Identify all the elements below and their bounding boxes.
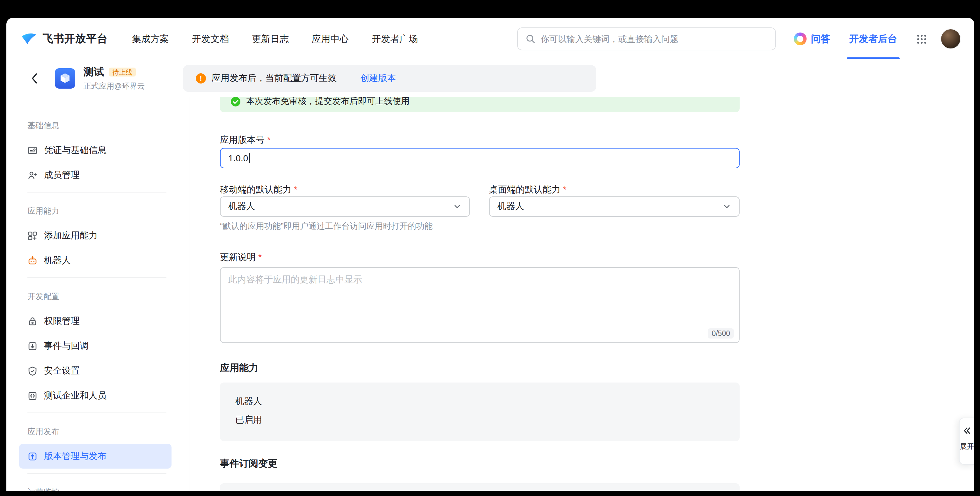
mobile-capability-field: 移动端的默认能力 * 机器人 bbox=[220, 184, 470, 217]
publish-up-arrow-icon bbox=[27, 451, 38, 461]
desktop-capability-select[interactable]: 机器人 bbox=[489, 196, 740, 217]
chevron-left-icon bbox=[32, 74, 37, 83]
desktop-capability-field: 桌面端的默认能力 * 机器人 bbox=[489, 184, 740, 217]
desktop-capability-label: 桌面端的默认能力 * bbox=[489, 184, 740, 196]
back-button[interactable] bbox=[29, 71, 41, 86]
version-input[interactable]: 1.0.0 bbox=[220, 148, 740, 168]
apps-grid-icon[interactable] bbox=[916, 33, 927, 44]
chevron-down-icon bbox=[453, 202, 461, 211]
sidebar-item-label: 凭证与基础信息 bbox=[44, 145, 107, 156]
app-name: 测试 bbox=[84, 65, 104, 79]
desktop-capability-value: 机器人 bbox=[497, 201, 524, 212]
notes-label: 更新说明 * bbox=[220, 251, 740, 264]
success-banner: 本次发布免审核，提交发布后即可上线使用 bbox=[220, 97, 740, 112]
sidebar-item-label: 成员管理 bbox=[44, 169, 80, 181]
feishu-logo-icon bbox=[21, 30, 38, 48]
capability-hint: “默认的应用功能”即用户通过工作台访问应用时打开的功能 bbox=[220, 221, 740, 232]
sidebar-item-label: 机器人 bbox=[44, 255, 71, 266]
sidebar-item-label: 添加应用能力 bbox=[44, 230, 97, 241]
sidebar-item-add-capability[interactable]: 添加应用能力 bbox=[19, 223, 172, 248]
sidebar-divider bbox=[27, 277, 166, 278]
sidebar-item-label: 版本管理与发布 bbox=[44, 450, 107, 462]
top-navigation: 飞书开放平台 集成方案 开发文档 更新日志 应用中心 开发者广场 bbox=[6, 18, 974, 60]
sidebar-item-members[interactable]: 成员管理 bbox=[19, 162, 172, 188]
nav-item-docs[interactable]: 开发文档 bbox=[192, 33, 229, 45]
nav-item-integration[interactable]: 集成方案 bbox=[132, 33, 169, 45]
version-form: 本次发布免审核，提交发布后即可上线使用 应用版本号 * 1.0.0 移动端的默 bbox=[220, 97, 740, 491]
search-box[interactable] bbox=[517, 27, 776, 50]
sidebar-item-label: 事件与回调 bbox=[44, 340, 89, 351]
qa-label: 问答 bbox=[811, 33, 830, 45]
sidebar: 基础信息 凭证与基础信息 成员管理 bbox=[6, 97, 189, 491]
version-label: 应用版本号 * bbox=[220, 134, 740, 147]
required-mark: * bbox=[294, 184, 298, 194]
event-callback-icon bbox=[27, 341, 38, 351]
sidebar-item-label: 测试企业和人员 bbox=[44, 390, 107, 401]
robot-icon bbox=[27, 255, 38, 265]
sidebar-item-credentials[interactable]: 凭证与基础信息 bbox=[19, 138, 172, 162]
user-avatar[interactable] bbox=[941, 29, 960, 48]
expand-label: 展开 bbox=[960, 442, 974, 451]
required-mark: * bbox=[563, 184, 566, 194]
event-summary-box bbox=[220, 483, 740, 491]
sidebar-divider bbox=[27, 192, 166, 192]
brand-name: 飞书开放平台 bbox=[43, 32, 108, 46]
required-mark: * bbox=[258, 252, 262, 262]
qa-colorful-icon bbox=[794, 32, 807, 45]
alert-text: 应用发布后，当前配置方可生效 bbox=[212, 73, 337, 84]
default-capability-row: 移动端的默认能力 * 机器人 bbox=[220, 184, 740, 217]
check-circle-icon bbox=[231, 97, 240, 106]
sidebar-divider bbox=[27, 473, 166, 474]
primary-nav: 集成方案 开发文档 更新日志 应用中心 开发者广场 bbox=[132, 33, 418, 45]
app-subtitle: 正式应用@环界云 bbox=[84, 81, 145, 92]
sidebar-section-release: 应用发布 bbox=[19, 423, 172, 440]
warning-icon: ! bbox=[196, 73, 206, 84]
lock-icon bbox=[27, 316, 38, 326]
sidebar-section-capabilities: 应用能力 bbox=[19, 203, 172, 219]
sidebar-item-version-release[interactable]: 版本管理与发布 bbox=[19, 444, 172, 469]
nav-item-app-center[interactable]: 应用中心 bbox=[312, 33, 349, 45]
developer-console-link[interactable]: 开发者后台 bbox=[849, 33, 897, 45]
capability-summary-box: 机器人 已启用 bbox=[220, 383, 740, 441]
expand-panel-button[interactable]: 展开 bbox=[959, 418, 974, 465]
code-brackets-icon bbox=[27, 391, 38, 401]
mobile-capability-select[interactable]: 机器人 bbox=[220, 196, 470, 217]
text-caret bbox=[249, 153, 250, 163]
capability-status: 已启用 bbox=[235, 414, 724, 426]
sidebar-section-monitoring: 运营监控 bbox=[19, 484, 172, 491]
publish-alert-bar: ! 应用发布后，当前配置方可生效 创建版本 bbox=[183, 65, 596, 92]
sidebar-item-security[interactable]: 安全设置 bbox=[19, 358, 172, 383]
sidebar-section-dev-config: 开发配置 bbox=[19, 288, 172, 305]
sidebar-item-events[interactable]: 事件与回调 bbox=[19, 334, 172, 358]
browser-page: 飞书开放平台 集成方案 开发文档 更新日志 应用中心 开发者广场 bbox=[6, 18, 974, 491]
topnav-right: 问答 开发者后台 bbox=[794, 29, 960, 48]
double-chevron-left-icon bbox=[962, 426, 972, 436]
sidebar-item-label: 权限管理 bbox=[44, 315, 80, 327]
app-header-bar: 测试 待上线 正式应用@环界云 ! 应用发布后，当前配置方可生效 创建版本 bbox=[6, 60, 974, 97]
create-version-link[interactable]: 创建版本 bbox=[360, 73, 396, 84]
success-banner-text: 本次发布免审核，提交发布后即可上线使用 bbox=[246, 97, 410, 107]
sidebar-item-label: 安全设置 bbox=[44, 365, 80, 377]
mobile-capability-label: 移动端的默认能力 * bbox=[220, 184, 470, 196]
search-input[interactable] bbox=[541, 34, 768, 44]
capability-section-title: 应用能力 bbox=[220, 362, 740, 376]
qa-link[interactable]: 问答 bbox=[794, 32, 830, 45]
credential-card-icon bbox=[27, 145, 38, 155]
notes-placeholder: 此内容将于应用的更新日志中显示 bbox=[228, 274, 362, 285]
shield-check-icon bbox=[27, 366, 38, 376]
update-notes-textarea[interactable]: 此内容将于应用的更新日志中显示 0/500 bbox=[220, 267, 740, 343]
sidebar-divider bbox=[27, 412, 166, 413]
nav-item-developer-plaza[interactable]: 开发者广场 bbox=[372, 33, 418, 45]
nav-item-changelog[interactable]: 更新日志 bbox=[252, 33, 289, 45]
sidebar-item-test-org[interactable]: 测试企业和人员 bbox=[19, 383, 172, 408]
sidebar-section-basic-info: 基础信息 bbox=[19, 117, 172, 134]
members-icon bbox=[27, 170, 38, 180]
screen: 飞书开放平台 集成方案 开发文档 更新日志 应用中心 开发者广场 bbox=[0, 0, 980, 496]
char-counter: 0/500 bbox=[708, 328, 734, 339]
feishu-brand[interactable]: 飞书开放平台 bbox=[21, 30, 108, 48]
main-content: 本次发布免审核，提交发布后即可上线使用 应用版本号 * 1.0.0 移动端的默 bbox=[189, 97, 974, 491]
sidebar-item-permissions[interactable]: 权限管理 bbox=[19, 308, 172, 334]
app-icon bbox=[55, 68, 75, 89]
status-badge: 待上线 bbox=[109, 68, 135, 77]
sidebar-item-bot[interactable]: 机器人 bbox=[19, 248, 172, 273]
